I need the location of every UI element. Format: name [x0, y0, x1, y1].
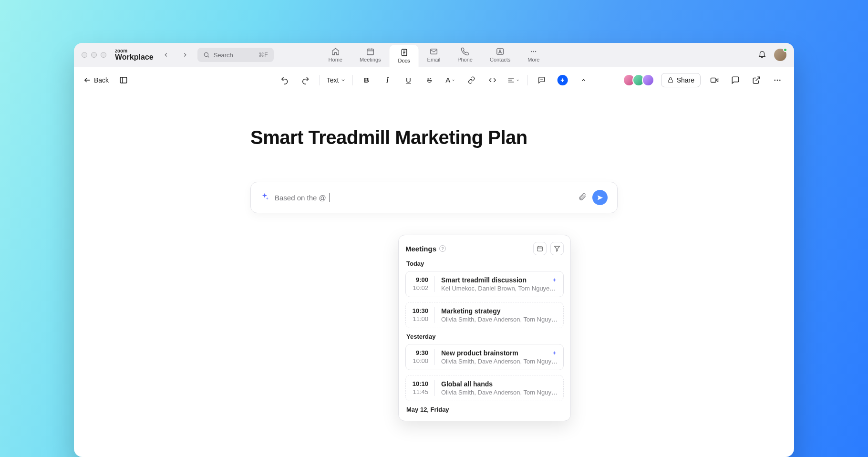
plus-icon: + [557, 75, 568, 85]
collapse-toolbar-icon[interactable] [576, 73, 590, 87]
svg-rect-2 [367, 49, 373, 55]
tab-email[interactable]: Email [419, 43, 449, 67]
brand-bottom: Workplace [115, 53, 154, 61]
search-input[interactable]: Search ⌘F [197, 48, 274, 62]
tab-label: Contacts [490, 57, 510, 62]
share-label: Share [677, 76, 694, 84]
filter-icon[interactable] [550, 242, 564, 255]
underline-icon[interactable]: U [401, 73, 415, 87]
meeting-title: Marketing strategy [441, 307, 558, 315]
meeting-start: 9:00 [416, 276, 428, 283]
brand-logo: zoom Workplace [115, 49, 154, 61]
svg-rect-23 [669, 80, 672, 83]
meeting-attendees: Kei Umekoc, Daniel Brown, Tom Nguyen... [441, 285, 558, 292]
tab-label: Home [329, 57, 342, 62]
window-controls [82, 52, 106, 58]
tab-home[interactable]: Home [320, 43, 351, 67]
meeting-end: 10:00 [413, 357, 428, 364]
sparkle-icon [551, 350, 558, 359]
svg-rect-24 [711, 78, 716, 82]
tab-docs[interactable]: Docs [390, 45, 419, 67]
tab-label: More [527, 57, 539, 62]
meeting-item[interactable]: 10:10 11:45 Global all hands Olivia Smit… [405, 375, 564, 401]
svg-marker-25 [716, 79, 718, 82]
collaborator-avatars[interactable] [626, 74, 654, 86]
calendar-icon[interactable] [533, 242, 547, 255]
align-icon[interactable] [506, 73, 520, 87]
attachment-icon[interactable] [578, 192, 587, 203]
popover-title: Meetings [405, 245, 436, 253]
tab-phone[interactable]: Phone [449, 43, 481, 67]
meeting-item[interactable]: 10:30 11:00 Marketing strategy Olivia Sm… [405, 302, 564, 328]
tab-label: Email [427, 57, 441, 62]
sparkle-icon [260, 192, 269, 203]
nav-forward[interactable] [178, 48, 192, 62]
svg-point-29 [779, 79, 781, 81]
notifications-icon[interactable] [758, 50, 766, 60]
page-title[interactable]: Smart Treadmill Marketing Plan [250, 127, 618, 148]
meeting-end: 11:45 [413, 388, 428, 395]
prompt-input[interactable]: Based on the @ [275, 193, 572, 202]
chat-icon[interactable] [728, 73, 743, 87]
meeting-end: 11:00 [413, 315, 428, 322]
back-button[interactable]: Back [83, 76, 109, 84]
send-button[interactable] [592, 190, 608, 205]
editor-toolbar: Back Text B I U S A [74, 67, 794, 93]
insert-button[interactable]: + [555, 73, 569, 87]
code-icon[interactable] [485, 73, 499, 87]
svg-point-13 [531, 51, 532, 52]
open-external-icon[interactable] [749, 73, 764, 87]
svg-point-28 [777, 79, 778, 81]
meeting-start: 10:30 [413, 307, 428, 314]
avatar [642, 74, 654, 86]
window-maximize[interactable] [101, 52, 106, 58]
share-button[interactable]: Share [661, 73, 701, 87]
more-icon[interactable] [770, 73, 785, 87]
text-style-dropdown[interactable]: Text [327, 76, 346, 84]
text-style-label: Text [327, 76, 339, 84]
meeting-attendees: Olivia Smith, Dave Anderson, Tom Nguyen.… [441, 389, 558, 396]
ai-prompt-bar: Based on the @ [250, 182, 618, 213]
svg-line-26 [756, 77, 760, 81]
tab-label: Meetings [360, 57, 381, 62]
text-color-icon[interactable]: A [443, 73, 457, 87]
text-cursor [329, 193, 330, 202]
user-avatar[interactable] [774, 49, 786, 61]
meeting-item[interactable]: 9:30 10:00 New product brainstorm Olivia… [405, 344, 564, 370]
video-icon[interactable] [707, 73, 722, 87]
document-area: Smart Treadmill Marketing Plan Based on … [74, 93, 794, 457]
tab-label: Docs [398, 58, 410, 63]
bold-icon[interactable]: B [359, 73, 373, 87]
link-icon[interactable] [464, 73, 478, 87]
svg-point-12 [499, 50, 501, 52]
search-shortcut: ⌘F [258, 52, 268, 58]
strikethrough-icon[interactable]: S [422, 73, 436, 87]
svg-point-0 [204, 52, 208, 56]
prompt-text-value: Based on the @ [275, 194, 326, 202]
undo-icon[interactable] [278, 73, 292, 87]
tab-contacts[interactable]: Contacts [481, 43, 519, 67]
meeting-start: 10:10 [413, 380, 428, 387]
meeting-title: Smart treadmill discussion [441, 276, 558, 284]
toggle-sidebar-icon[interactable] [116, 73, 131, 87]
help-icon[interactable]: ? [439, 245, 446, 252]
meeting-item[interactable]: 9:00 10:02 Smart treadmill discussion Ke… [405, 271, 564, 297]
redo-icon[interactable] [299, 73, 313, 87]
window-close[interactable] [82, 52, 87, 58]
titlebar: zoom Workplace Search ⌘F Home Meetings [74, 43, 794, 67]
comment-icon[interactable] [534, 73, 548, 87]
meeting-attendees: Olivia Smith, Dave Anderson, Tom Nguyen.… [441, 316, 558, 323]
window-minimize[interactable] [91, 52, 97, 58]
italic-icon[interactable]: I [380, 73, 394, 87]
nav-back[interactable] [159, 48, 173, 62]
back-label: Back [94, 76, 109, 84]
app-window: zoom Workplace Search ⌘F Home Meetings [74, 43, 794, 457]
meeting-start: 9:30 [416, 349, 428, 356]
tab-more[interactable]: More [519, 43, 548, 67]
tab-meetings[interactable]: Meetings [351, 43, 390, 67]
search-placeholder: Search [214, 52, 233, 59]
svg-rect-17 [120, 77, 127, 83]
meetings-popover: Meetings ? Today 9:00 10:02 [398, 235, 571, 421]
group-label: May 12, Friday [406, 406, 563, 413]
svg-point-15 [535, 51, 536, 52]
